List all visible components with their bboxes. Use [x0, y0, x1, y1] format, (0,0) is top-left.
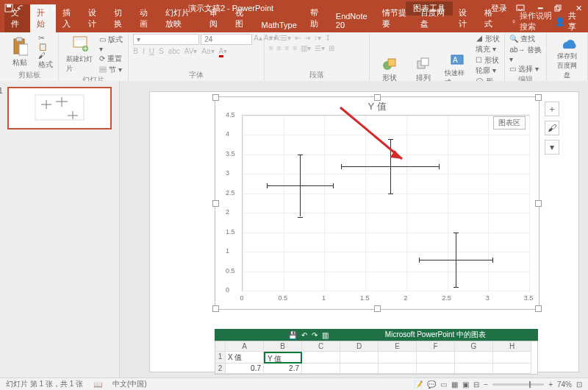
spellcheck-icon[interactable]: 📖: [93, 380, 102, 389]
slide-count[interactable]: 幻灯片 第 1 张，共 1 张: [6, 379, 83, 389]
cell[interactable]: [379, 364, 417, 374]
tab-help[interactable]: 帮助: [304, 4, 329, 32]
shape-outline-button[interactable]: ☐ 形状轮廓 ▾: [476, 55, 501, 76]
slideshow-view-icon[interactable]: ⊟: [473, 380, 479, 389]
font-size-combo[interactable]: 24: [201, 34, 252, 45]
cell[interactable]: [417, 352, 455, 364]
increase-indent-icon[interactable]: ⇥: [304, 34, 310, 42]
char-spacing-icon[interactable]: AV▾: [184, 47, 198, 55]
tab-chart-format[interactable]: 格式: [478, 4, 503, 32]
cell[interactable]: 2.7: [264, 364, 302, 374]
tab-mathtype[interactable]: MathType: [254, 18, 303, 32]
ds-options-icon[interactable]: ▥: [322, 331, 329, 339]
cell[interactable]: Y 值: [264, 352, 302, 364]
zoom-out-icon[interactable]: −: [484, 380, 488, 389]
chart-filters-button[interactable]: ▾: [545, 140, 559, 155]
bullets-icon[interactable]: ≡▾: [269, 34, 277, 42]
sorter-view-icon[interactable]: ▦: [451, 380, 458, 389]
row-header[interactable]: 1: [215, 352, 226, 364]
cell[interactable]: 0.7: [226, 364, 264, 374]
shapes-button[interactable]: 形状: [374, 55, 405, 85]
tab-animations[interactable]: 动画: [133, 4, 159, 32]
tab-view[interactable]: 视图: [229, 4, 254, 32]
chart-object[interactable]: Y 值 图表区 ＋ 🖌 ▾ 00.511.522.533.544.500.511…: [215, 96, 539, 310]
start-from-beginning-icon[interactable]: [40, 4, 49, 13]
cell[interactable]: X 值: [226, 352, 264, 364]
paste-button[interactable]: 粘贴: [4, 35, 35, 69]
share-button[interactable]: 👤 共享: [555, 10, 578, 32]
language-indicator[interactable]: 中文(中国): [112, 379, 147, 389]
qat-more-icon[interactable]: ▾: [51, 4, 56, 13]
zoom-slider[interactable]: [492, 383, 544, 386]
tab-review[interactable]: 审阅: [203, 4, 229, 32]
font-family-combo[interactable]: ▾: [133, 34, 199, 45]
align-text-icon[interactable]: ☰▾: [315, 44, 325, 52]
new-slide-button[interactable]: 新建幻灯片: [63, 34, 96, 75]
fit-to-window-icon[interactable]: ⊡: [576, 380, 582, 389]
layout-button[interactable]: ▭ 版式 ▾: [99, 35, 123, 53]
tab-design[interactable]: 设计: [82, 4, 107, 32]
row-header[interactable]: 2: [215, 364, 226, 374]
tab-slideshow[interactable]: 幻灯片放映: [159, 4, 203, 32]
align-left-icon[interactable]: ≡: [269, 44, 273, 52]
save-to-cloud-button[interactable]: 保存到百度网盘: [551, 34, 583, 82]
line-spacing-icon[interactable]: ↕▾: [314, 34, 321, 42]
slide-thumbnail-pane[interactable]: 1: [0, 81, 120, 378]
select-all-cell[interactable]: [215, 341, 226, 352]
slide-thumbnail-1[interactable]: [7, 87, 112, 130]
slide-canvas[interactable]: Y 值 图表区 ＋ 🖌 ▾ 00.511.522.533.544.500.511…: [120, 81, 588, 378]
reading-view-icon[interactable]: ▣: [462, 380, 469, 389]
select-button[interactable]: ▭ 选择 ▾: [509, 64, 542, 74]
cell[interactable]: [302, 352, 340, 364]
save-icon[interactable]: [4, 4, 13, 13]
cell[interactable]: [340, 352, 379, 364]
columns-icon[interactable]: ▥▾: [301, 44, 311, 52]
decrease-indent-icon[interactable]: ⇤: [295, 34, 301, 42]
cell[interactable]: [493, 352, 531, 364]
col-header[interactable]: B: [264, 341, 302, 352]
cell[interactable]: [417, 364, 455, 374]
italic-icon[interactable]: I: [143, 47, 145, 55]
col-header[interactable]: A: [226, 341, 264, 352]
undo-icon[interactable]: [16, 4, 25, 13]
cell[interactable]: [302, 364, 340, 374]
tab-transitions[interactable]: 切换: [107, 4, 133, 32]
grow-font-icon[interactable]: A▴: [254, 34, 262, 45]
col-header[interactable]: E: [379, 341, 417, 352]
ds-save-icon[interactable]: 💾: [288, 331, 297, 339]
cell[interactable]: [493, 364, 531, 374]
col-header[interactable]: D: [340, 341, 379, 352]
col-header[interactable]: H: [493, 341, 531, 352]
shadow-icon[interactable]: abc: [168, 47, 180, 55]
section-button[interactable]: ▤ 节 ▾: [99, 65, 123, 75]
normal-view-icon[interactable]: ▭: [440, 380, 447, 389]
format-painter-button[interactable]: 🖌 格式: [38, 52, 54, 70]
cell[interactable]: [340, 364, 379, 374]
zoom-in-icon[interactable]: +: [548, 380, 553, 389]
cell[interactable]: [455, 364, 493, 374]
copy-button[interactable]: 📋: [38, 43, 54, 51]
redo-icon[interactable]: [28, 4, 37, 13]
shape-fill-button[interactable]: ◢ 形状填充 ▾: [476, 34, 501, 54]
tab-storyboard[interactable]: 情节提要: [376, 4, 414, 32]
col-header[interactable]: C: [302, 341, 340, 352]
zoom-level[interactable]: 74%: [557, 380, 572, 389]
col-header[interactable]: F: [417, 341, 455, 352]
chart-elements-button[interactable]: ＋: [545, 102, 559, 116]
comments-button[interactable]: 💬: [427, 380, 436, 389]
chart-datasheet[interactable]: 💾 ↶ ↷ ▥ Microsoft PowerPoint 中的图表 A B C …: [215, 329, 538, 373]
font-color-icon[interactable]: A▾: [219, 47, 228, 55]
tab-endnote[interactable]: EndNote 20: [329, 9, 376, 32]
cut-button[interactable]: ✂: [38, 34, 54, 42]
replace-button[interactable]: ab→ 替换 ▾: [509, 45, 542, 63]
slide[interactable]: Y 值 图表区 ＋ 🖌 ▾ 00.511.522.533.544.500.511…: [149, 91, 579, 372]
notes-button[interactable]: 📝: [414, 380, 423, 389]
numbering-icon[interactable]: ☰▾: [281, 34, 291, 42]
find-button[interactable]: 🔍 查找: [509, 34, 542, 44]
cell[interactable]: [455, 352, 493, 364]
strikethrough-icon[interactable]: S: [159, 47, 164, 55]
bold-icon[interactable]: B: [133, 47, 138, 55]
tell-me-search[interactable]: ♀ 操作说明搜索: [511, 10, 555, 32]
align-right-icon[interactable]: ≡: [285, 44, 290, 52]
col-header[interactable]: G: [455, 341, 493, 352]
